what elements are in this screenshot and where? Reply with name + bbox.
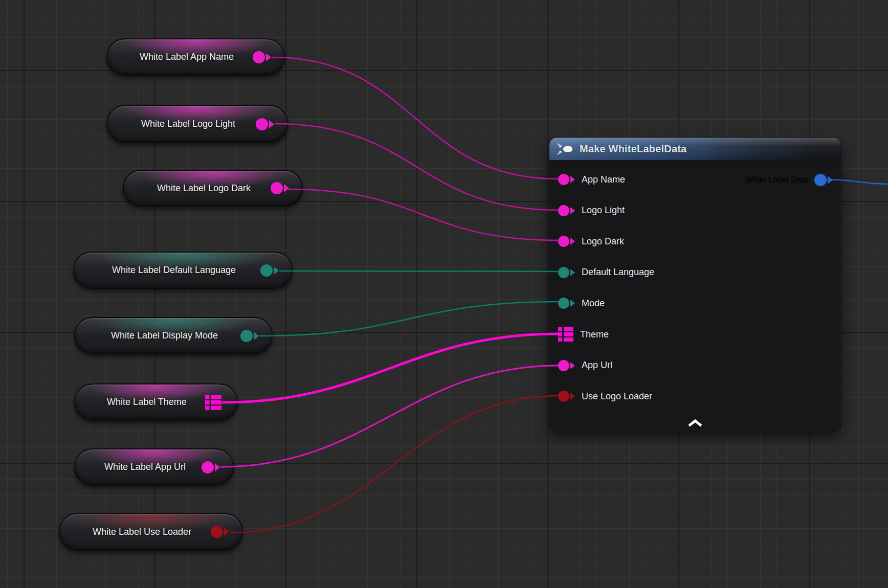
input-pin-row-theme: Theme [558,324,609,345]
input-pin-row-mode: Mode [558,293,605,313]
output-pin-row: White Label Data [745,170,833,190]
chevron-up-icon [689,419,702,427]
struct-node-layer: ↘ ↗ Make WhiteLabelData App NameLogo Lig… [0,0,888,588]
input-pin-label: Logo Light [582,205,625,216]
output-pin-label: White Label Data [745,175,808,185]
struct-pin[interactable] [558,327,573,342]
input-pin-label: Theme [580,329,609,340]
data-pin[interactable] [558,267,575,278]
pin-arrow-tip [570,362,575,369]
pin-arrow-tip [570,238,575,245]
node-header[interactable]: ↘ ↗ Make WhiteLabelData [549,138,841,161]
blueprint-graph-canvas[interactable]: White Label App NameWhite Label Logo Lig… [0,0,888,588]
make-whitelabeldata-node[interactable]: ↘ ↗ Make WhiteLabelData App NameLogo Lig… [549,137,841,432]
data-pin[interactable] [558,391,575,402]
input-pin-row-use-logo-loader: Use Logo Loader [558,386,652,406]
input-pin-row-app-url: App Url [558,355,612,376]
node-title: Make WhiteLabelData [580,143,686,155]
pin-circle [558,298,569,309]
data-pin[interactable] [558,174,575,185]
pin-circle [558,205,569,216]
pin-circle [558,391,569,402]
pin-arrow-tip [570,300,575,307]
input-pin-label: Logo Dark [582,236,624,247]
input-pin-label: Use Logo Loader [582,391,652,402]
input-pin-label: Default Language [582,267,654,278]
pin-arrow-tip [570,176,575,183]
pin-arrow-tip [570,269,575,276]
input-pin-label: App Url [582,360,612,371]
pin-arrow-tip [570,207,575,214]
input-pin-label: Mode [582,298,605,309]
input-pin-label: App Name [582,174,625,185]
pin-circle [558,236,569,247]
input-pin-row-default-language: Default Language [558,262,654,283]
input-pin-row-logo-dark: Logo Dark [558,231,624,252]
data-pin[interactable] [558,205,575,216]
input-pin-row-app-name: App Name [558,169,625,190]
data-pin[interactable] [558,298,575,309]
pin-circle [558,267,569,278]
pin-arrow-tip [570,393,575,400]
wire-3[interactable] [280,271,559,272]
pin-circle [558,360,569,371]
input-pin-row-logo-light: Logo Light [558,200,625,221]
data-pin[interactable] [558,236,575,247]
struct-pin-icon [558,327,573,342]
pin-circle [558,174,569,185]
make-struct-icon: ↘ ↗ [557,141,574,156]
data-pin[interactable] [558,360,575,371]
collapse-node-button[interactable] [687,418,703,427]
